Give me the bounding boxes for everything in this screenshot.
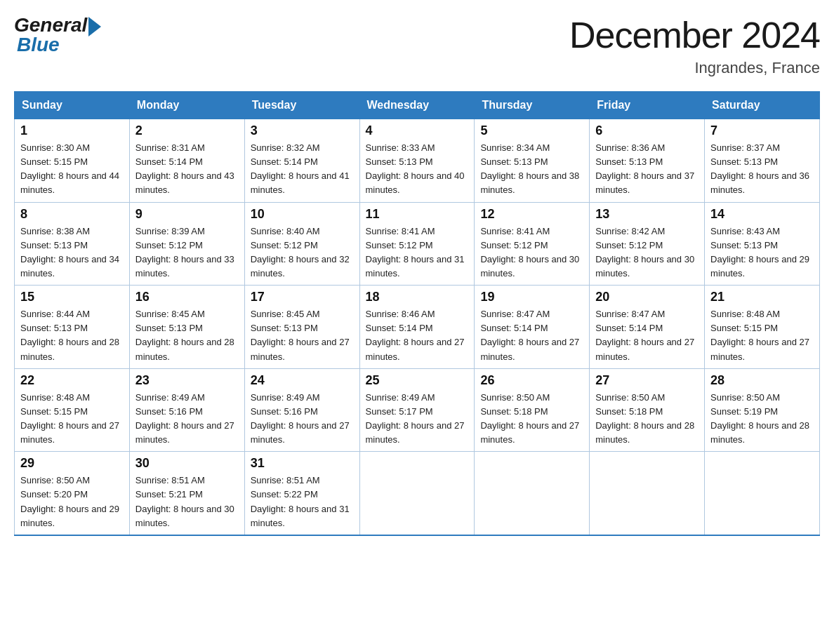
- calendar-cell: 4Sunrise: 8:33 AMSunset: 5:13 PMDaylight…: [359, 119, 475, 203]
- calendar-cell: 31Sunrise: 8:51 AMSunset: 5:22 PMDayligh…: [244, 452, 359, 535]
- day-number: 3: [251, 123, 354, 138]
- calendar-cell: 27Sunrise: 8:50 AMSunset: 5:18 PMDayligh…: [590, 368, 705, 452]
- day-number: 8: [20, 207, 124, 222]
- calendar-cell: 26Sunrise: 8:50 AMSunset: 5:18 PMDayligh…: [475, 368, 590, 452]
- day-number: 17: [251, 290, 354, 304]
- day-number: 14: [710, 207, 814, 222]
- calendar-cell: 10Sunrise: 8:40 AMSunset: 5:12 PMDayligh…: [244, 202, 359, 286]
- day-number: 7: [710, 123, 814, 138]
- day-number: 26: [480, 373, 583, 388]
- day-info: Sunrise: 8:49 AMSunset: 5:16 PMDaylight:…: [135, 391, 239, 448]
- day-number: 1: [20, 123, 124, 138]
- calendar-cell: 3Sunrise: 8:32 AMSunset: 5:14 PMDaylight…: [244, 119, 359, 203]
- calendar-cell: 20Sunrise: 8:47 AMSunset: 5:14 PMDayligh…: [590, 286, 705, 369]
- day-number: 20: [595, 290, 699, 304]
- day-number: 13: [595, 207, 699, 222]
- col-header-saturday: Saturday: [705, 92, 820, 119]
- day-number: 27: [595, 373, 699, 388]
- calendar-cell: [705, 452, 820, 535]
- col-header-tuesday: Tuesday: [244, 92, 359, 119]
- logo-blue-text: Blue: [17, 34, 60, 56]
- day-info: Sunrise: 8:47 AMSunset: 5:14 PMDaylight:…: [595, 307, 699, 364]
- day-info: Sunrise: 8:50 AMSunset: 5:19 PMDaylight:…: [710, 391, 814, 448]
- calendar-cell: 12Sunrise: 8:41 AMSunset: 5:12 PMDayligh…: [475, 202, 590, 286]
- week-row-4: 22Sunrise: 8:48 AMSunset: 5:15 PMDayligh…: [15, 368, 820, 452]
- logo: General Blue: [14, 14, 101, 56]
- calendar-cell: 30Sunrise: 8:51 AMSunset: 5:21 PMDayligh…: [129, 452, 244, 535]
- calendar-cell: 11Sunrise: 8:41 AMSunset: 5:12 PMDayligh…: [359, 202, 475, 286]
- day-number: 5: [480, 123, 583, 138]
- calendar-cell: 1Sunrise: 8:30 AMSunset: 5:15 PMDaylight…: [15, 119, 130, 203]
- day-info: Sunrise: 8:41 AMSunset: 5:12 PMDaylight:…: [366, 224, 469, 281]
- day-info: Sunrise: 8:51 AMSunset: 5:21 PMDaylight:…: [135, 474, 239, 530]
- calendar-cell: 22Sunrise: 8:48 AMSunset: 5:15 PMDayligh…: [15, 368, 130, 452]
- calendar-cell: 16Sunrise: 8:45 AMSunset: 5:13 PMDayligh…: [129, 286, 244, 369]
- calendar-cell: 15Sunrise: 8:44 AMSunset: 5:13 PMDayligh…: [15, 286, 130, 369]
- week-row-2: 8Sunrise: 8:38 AMSunset: 5:13 PMDaylight…: [15, 202, 820, 286]
- day-info: Sunrise: 8:41 AMSunset: 5:12 PMDaylight:…: [480, 224, 583, 281]
- day-info: Sunrise: 8:50 AMSunset: 5:18 PMDaylight:…: [595, 391, 699, 448]
- calendar-cell: [475, 452, 590, 535]
- day-number: 31: [251, 456, 354, 471]
- calendar-cell: 9Sunrise: 8:39 AMSunset: 5:12 PMDaylight…: [129, 202, 244, 286]
- day-info: Sunrise: 8:48 AMSunset: 5:15 PMDaylight:…: [710, 307, 814, 364]
- calendar-header-row: SundayMondayTuesdayWednesdayThursdayFrid…: [15, 92, 820, 119]
- day-number: 16: [135, 290, 239, 304]
- day-info: Sunrise: 8:32 AMSunset: 5:14 PMDaylight:…: [251, 141, 354, 198]
- col-header-monday: Monday: [129, 92, 244, 119]
- day-info: Sunrise: 8:31 AMSunset: 5:14 PMDaylight:…: [135, 141, 239, 198]
- day-info: Sunrise: 8:50 AMSunset: 5:18 PMDaylight:…: [480, 391, 583, 448]
- calendar-cell: 28Sunrise: 8:50 AMSunset: 5:19 PMDayligh…: [705, 368, 820, 452]
- week-row-5: 29Sunrise: 8:50 AMSunset: 5:20 PMDayligh…: [15, 452, 820, 535]
- day-info: Sunrise: 8:50 AMSunset: 5:20 PMDaylight:…: [20, 474, 124, 530]
- day-info: Sunrise: 8:51 AMSunset: 5:22 PMDaylight:…: [251, 474, 354, 530]
- day-info: Sunrise: 8:39 AMSunset: 5:12 PMDaylight:…: [135, 224, 239, 281]
- calendar-cell: 21Sunrise: 8:48 AMSunset: 5:15 PMDayligh…: [705, 286, 820, 369]
- day-info: Sunrise: 8:49 AMSunset: 5:17 PMDaylight:…: [366, 391, 469, 448]
- calendar-cell: [590, 452, 705, 535]
- day-info: Sunrise: 8:46 AMSunset: 5:14 PMDaylight:…: [366, 307, 469, 364]
- day-number: 19: [480, 290, 583, 304]
- page-header: General Blue December 2024 Ingrandes, Fr…: [14, 14, 820, 77]
- logo-arrow-icon: [88, 17, 101, 36]
- calendar-cell: 7Sunrise: 8:37 AMSunset: 5:13 PMDaylight…: [705, 119, 820, 203]
- day-info: Sunrise: 8:45 AMSunset: 5:13 PMDaylight:…: [251, 307, 354, 364]
- day-number: 9: [135, 207, 239, 222]
- day-number: 4: [366, 123, 469, 138]
- day-number: 25: [366, 373, 469, 388]
- day-info: Sunrise: 8:30 AMSunset: 5:15 PMDaylight:…: [20, 141, 124, 198]
- calendar-cell: 2Sunrise: 8:31 AMSunset: 5:14 PMDaylight…: [129, 119, 244, 203]
- calendar-cell: 5Sunrise: 8:34 AMSunset: 5:13 PMDaylight…: [475, 119, 590, 203]
- calendar-cell: 8Sunrise: 8:38 AMSunset: 5:13 PMDaylight…: [15, 202, 130, 286]
- day-info: Sunrise: 8:34 AMSunset: 5:13 PMDaylight:…: [480, 141, 583, 198]
- title-block: December 2024 Ingrandes, France: [569, 14, 820, 77]
- day-number: 10: [251, 207, 354, 222]
- day-info: Sunrise: 8:37 AMSunset: 5:13 PMDaylight:…: [710, 141, 814, 198]
- day-info: Sunrise: 8:49 AMSunset: 5:16 PMDaylight:…: [251, 391, 354, 448]
- day-number: 21: [710, 290, 814, 304]
- day-info: Sunrise: 8:36 AMSunset: 5:13 PMDaylight:…: [595, 141, 699, 198]
- month-title: December 2024: [569, 14, 820, 56]
- day-number: 23: [135, 373, 239, 388]
- week-row-1: 1Sunrise: 8:30 AMSunset: 5:15 PMDaylight…: [15, 119, 820, 203]
- week-row-3: 15Sunrise: 8:44 AMSunset: 5:13 PMDayligh…: [15, 286, 820, 369]
- calendar-cell: 25Sunrise: 8:49 AMSunset: 5:17 PMDayligh…: [359, 368, 475, 452]
- calendar-cell: [359, 452, 475, 535]
- day-number: 30: [135, 456, 239, 471]
- calendar-cell: 14Sunrise: 8:43 AMSunset: 5:13 PMDayligh…: [705, 202, 820, 286]
- calendar-cell: 17Sunrise: 8:45 AMSunset: 5:13 PMDayligh…: [244, 286, 359, 369]
- calendar-cell: 23Sunrise: 8:49 AMSunset: 5:16 PMDayligh…: [129, 368, 244, 452]
- day-number: 22: [20, 373, 124, 388]
- calendar-table: SundayMondayTuesdayWednesdayThursdayFrid…: [14, 91, 820, 536]
- day-number: 12: [480, 207, 583, 222]
- calendar-cell: 19Sunrise: 8:47 AMSunset: 5:14 PMDayligh…: [475, 286, 590, 369]
- day-info: Sunrise: 8:42 AMSunset: 5:12 PMDaylight:…: [595, 224, 699, 281]
- calendar-cell: 29Sunrise: 8:50 AMSunset: 5:20 PMDayligh…: [15, 452, 130, 535]
- day-info: Sunrise: 8:44 AMSunset: 5:13 PMDaylight:…: [20, 307, 124, 364]
- calendar-cell: 6Sunrise: 8:36 AMSunset: 5:13 PMDaylight…: [590, 119, 705, 203]
- calendar-cell: 24Sunrise: 8:49 AMSunset: 5:16 PMDayligh…: [244, 368, 359, 452]
- day-number: 24: [251, 373, 354, 388]
- col-header-friday: Friday: [590, 92, 705, 119]
- col-header-wednesday: Wednesday: [359, 92, 475, 119]
- calendar-cell: 13Sunrise: 8:42 AMSunset: 5:12 PMDayligh…: [590, 202, 705, 286]
